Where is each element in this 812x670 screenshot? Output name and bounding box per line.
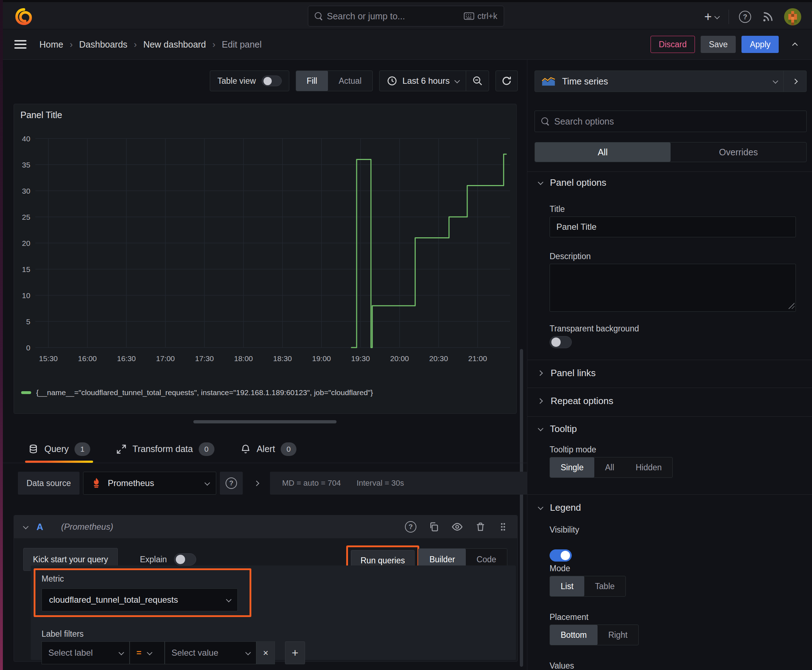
breadcrumb-separator: ›	[70, 39, 73, 50]
legend-list-option[interactable]: List	[550, 576, 584, 596]
section-tooltip[interactable]: Tooltip	[538, 423, 577, 435]
global-search-input[interactable]: Search or jump to... ctrl+k	[308, 6, 504, 27]
new-dashboard-button[interactable]: +	[704, 12, 719, 22]
chevron-down-icon	[538, 426, 544, 431]
tooltip-all-option[interactable]: All	[594, 457, 625, 477]
tab-query[interactable]: Query 1	[28, 435, 90, 463]
tab-all[interactable]: All	[535, 142, 671, 162]
legend-series-label[interactable]: {__name__="cloudflared_tunnel_total_requ…	[36, 388, 373, 397]
svg-text:20:00: 20:00	[390, 354, 409, 362]
visualization-select[interactable]: Time series	[535, 71, 783, 91]
keyboard-icon	[464, 12, 475, 20]
metric-label: Metric	[42, 574, 64, 584]
actual-option[interactable]: Actual	[328, 71, 372, 91]
time-range-button[interactable]: Last 6 hours	[380, 76, 466, 86]
divider	[527, 360, 812, 360]
explain-toggle[interactable]	[174, 553, 196, 565]
user-avatar[interactable]	[784, 8, 801, 25]
tooltip-hidden-option[interactable]: Hidden	[625, 457, 673, 477]
refresh-icon	[501, 75, 512, 86]
search-options-input[interactable]: Search options	[534, 111, 807, 132]
save-button[interactable]: Save	[701, 36, 736, 53]
drag-handle-icon[interactable]	[498, 521, 508, 532]
svg-text:19:00: 19:00	[312, 354, 331, 362]
operator-dropdown[interactable]: =	[130, 641, 165, 664]
panel-links-section[interactable]: Panel links	[538, 367, 596, 379]
tab-alert[interactable]: Alert 0	[240, 435, 297, 463]
search-options-placeholder: Search options	[554, 116, 614, 127]
table-view-toggle[interactable]	[262, 76, 282, 86]
duplicate-query-icon[interactable]	[429, 521, 439, 532]
breadcrumb-dashboards[interactable]: Dashboards	[79, 39, 127, 50]
select-value-dropdown[interactable]: Select value	[165, 641, 256, 664]
section-legend[interactable]: Legend	[538, 502, 581, 513]
help-button[interactable]: ?	[739, 11, 751, 23]
repeat-options-section[interactable]: Repeat options	[538, 396, 613, 406]
tooltip-mode-label: Tooltip mode	[549, 445, 596, 455]
legend-visibility-toggle[interactable]	[549, 549, 572, 562]
window-edge-strip	[0, 0, 3, 670]
panel-resize-handle[interactable]	[193, 420, 337, 423]
news-rss-icon[interactable]	[761, 10, 774, 23]
svg-text:5: 5	[26, 318, 31, 326]
delete-query-trash-icon[interactable]	[475, 521, 486, 532]
section-panel-options[interactable]: Panel options	[538, 177, 607, 188]
menu-toggle-icon[interactable]	[14, 40, 27, 49]
open-viz-list-button[interactable]	[783, 71, 806, 91]
metric-value: cloudflared_tunnel_total_requests	[49, 595, 220, 605]
svg-text:18:30: 18:30	[273, 354, 292, 362]
zoom-out-time-button[interactable]	[466, 71, 489, 91]
editor-tabs: Query 1 Transform data 0 Alert 0	[0, 435, 527, 463]
legend-table-option[interactable]: Table	[584, 576, 626, 596]
legend-mode-label: Mode	[549, 564, 570, 574]
transparent-background-toggle[interactable]	[549, 336, 572, 348]
add-filter-button[interactable]: +	[285, 641, 305, 664]
table-view-label: Table view	[217, 76, 256, 86]
breadcrumb-new-dashboard[interactable]: New dashboard	[143, 39, 206, 50]
svg-text:15: 15	[22, 265, 30, 273]
tab-transform-data[interactable]: Transform data 0	[116, 435, 214, 463]
bell-icon	[240, 444, 251, 455]
collapse-panel-icon[interactable]	[792, 42, 798, 48]
svg-text:16:30: 16:30	[117, 354, 136, 362]
chevron-down-icon	[119, 650, 124, 655]
tab-overrides[interactable]: Overrides	[671, 142, 806, 162]
select-label-dropdown[interactable]: Select label	[42, 641, 130, 664]
chevron-down-icon	[538, 504, 544, 510]
search-placeholder: Search or jump to...	[327, 11, 459, 22]
chevron-down-icon	[147, 650, 153, 655]
query-help-button[interactable]: ?	[405, 521, 416, 533]
datasource-row: Data source Prometheus ? MD = auto = 704…	[18, 472, 536, 495]
scrollbar-thumb[interactable]	[520, 349, 523, 667]
remove-filter-button[interactable]: ×	[256, 641, 275, 664]
tooltip-single-option[interactable]: Single	[550, 457, 594, 477]
placement-bottom-option[interactable]: Bottom	[550, 625, 598, 645]
refresh-button[interactable]	[495, 71, 518, 91]
chevron-right-icon	[537, 398, 543, 404]
breadcrumb-separator: ›	[134, 39, 137, 50]
metric-select[interactable]: cloudflared_tunnel_total_requests	[42, 589, 238, 611]
toolbar-divider	[729, 10, 729, 24]
expand-row-icon[interactable]	[246, 472, 266, 495]
query-row-header[interactable]: A (Prometheus) ?	[14, 515, 517, 538]
placement-right-option[interactable]: Right	[598, 625, 638, 645]
svg-text:40: 40	[22, 135, 30, 143]
visualization-picker: Time series	[534, 71, 807, 92]
fill-option[interactable]: Fill	[296, 71, 328, 91]
transform-icon	[116, 444, 127, 455]
description-textarea[interactable]	[549, 264, 796, 312]
panel-title-input[interactable]	[549, 217, 796, 237]
chevron-down-icon	[226, 597, 232, 602]
divider	[527, 387, 812, 388]
grafana-logo-icon[interactable]	[14, 7, 33, 26]
breadcrumb-home[interactable]: Home	[39, 39, 63, 50]
prometheus-icon	[91, 477, 102, 489]
datasource-help-button[interactable]: ?	[220, 472, 243, 495]
collapse-query-icon[interactable]	[23, 524, 29, 530]
toggle-visibility-eye-icon[interactable]	[451, 521, 463, 533]
svg-text:21:00: 21:00	[468, 354, 487, 362]
apply-button[interactable]: Apply	[741, 36, 779, 53]
discard-button[interactable]: Discard	[651, 36, 695, 53]
datasource-select[interactable]: Prometheus	[83, 472, 216, 495]
stats-interval: Interval = 30s	[357, 479, 404, 488]
